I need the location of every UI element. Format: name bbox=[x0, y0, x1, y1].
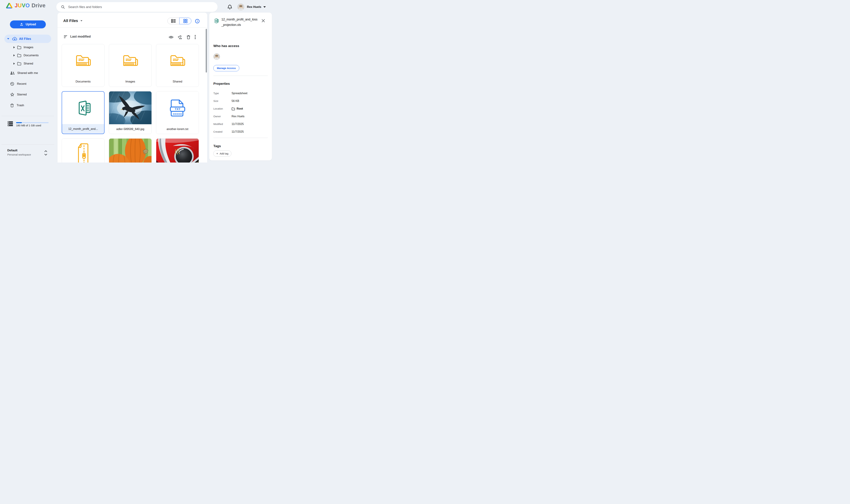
storage-progress-bar bbox=[16, 122, 49, 123]
notifications-bell-icon[interactable] bbox=[227, 4, 232, 10]
upload-button[interactable]: Upload bbox=[10, 20, 46, 28]
folder-card-name: Shared bbox=[158, 80, 197, 83]
add-tag-label: Add tag bbox=[220, 152, 229, 155]
info-icon[interactable] bbox=[195, 19, 200, 23]
file-card-name: another-lorem.txt bbox=[156, 124, 199, 134]
pumpkins-photo-thumbnail bbox=[109, 139, 151, 163]
txt-label: TXT bbox=[175, 107, 180, 111]
file-card-spreadsheet-selected[interactable]: 12_month_profit_and... bbox=[62, 91, 105, 134]
who-has-access-title: Who has access bbox=[213, 44, 239, 48]
sidebar-item-starred[interactable]: Starred bbox=[0, 91, 56, 98]
manage-access-button[interactable]: Manage Access bbox=[213, 65, 239, 71]
details-divider bbox=[213, 138, 268, 138]
file-card-eagle-photo[interactable]: adler-589599_640.jpg bbox=[109, 91, 152, 134]
brand-letter: J bbox=[15, 2, 18, 9]
folder-icon bbox=[17, 54, 21, 57]
view-toggle bbox=[167, 18, 191, 24]
sidebar-item-label: Recent bbox=[17, 82, 26, 86]
access-user-avatar bbox=[213, 53, 220, 60]
grid-view-button-active[interactable] bbox=[179, 18, 191, 24]
property-row-created: Created 11/7/2025 bbox=[213, 128, 268, 136]
sidebar-item-label: Shared with me bbox=[17, 71, 38, 75]
user-avatar[interactable] bbox=[237, 3, 244, 11]
chevron-down-icon bbox=[80, 20, 83, 21]
sidebar-item-trash[interactable]: Trash bbox=[0, 101, 56, 109]
folder-large-icon bbox=[62, 53, 104, 67]
delete-trash-icon[interactable] bbox=[186, 35, 191, 39]
search-icon bbox=[61, 5, 65, 9]
workspace-name: Default bbox=[7, 149, 17, 152]
sidebar-item-shared-with-me[interactable]: Shared with me bbox=[0, 69, 56, 77]
folder-large-icon bbox=[156, 53, 199, 67]
storage-progress-fill bbox=[16, 122, 22, 123]
location-link[interactable]: Root bbox=[232, 107, 243, 110]
property-row-type: Type Spreadsheet bbox=[213, 89, 268, 97]
scrollbar-thumb[interactable] bbox=[206, 29, 207, 73]
sidebar-tree-label: Images bbox=[23, 46, 33, 49]
drive-triangle-icon bbox=[6, 2, 13, 9]
share-add-person-icon[interactable] bbox=[178, 35, 182, 39]
sidebar-tree-label: Documents bbox=[23, 54, 39, 57]
folder-card-name: Documents bbox=[63, 80, 103, 83]
people-icon bbox=[10, 71, 15, 75]
more-options-kebab-icon[interactable] bbox=[195, 35, 196, 39]
view-title-label: All Files bbox=[63, 19, 78, 23]
preview-eye-icon[interactable] bbox=[169, 35, 174, 39]
property-label: Created bbox=[213, 130, 232, 133]
workspace-switcher-chevrons-icon[interactable] bbox=[44, 150, 48, 156]
sidebar-tree-item-documents[interactable]: Documents bbox=[0, 51, 56, 59]
sidebar-item-label: All Files bbox=[19, 37, 31, 41]
sort-icon bbox=[64, 35, 68, 38]
property-value: Spreadsheet bbox=[232, 92, 248, 95]
folder-card-shared[interactable]: Shared bbox=[156, 44, 199, 87]
file-card-red-car-photo[interactable] bbox=[156, 139, 199, 163]
upload-label: Upload bbox=[26, 22, 36, 26]
search-bar[interactable] bbox=[56, 2, 218, 12]
sidebar-item-all-files[interactable]: All Files bbox=[4, 35, 51, 43]
sidebar-tree-label: Shared bbox=[23, 62, 33, 65]
trash-icon bbox=[10, 103, 14, 107]
file-card-zip[interactable] bbox=[62, 139, 105, 163]
upload-icon bbox=[20, 22, 23, 26]
collapse-caret-icon[interactable] bbox=[7, 38, 9, 39]
close-icon[interactable] bbox=[261, 19, 265, 22]
app-logo[interactable]: J U V O Drive bbox=[6, 2, 46, 9]
file-card-pumpkins-photo[interactable] bbox=[109, 139, 152, 163]
sidebar-item-recent[interactable]: Recent bbox=[0, 80, 56, 88]
sidebar-tree-item-images[interactable]: Images bbox=[0, 43, 56, 51]
tags-title: Tags bbox=[213, 144, 221, 148]
view-title-dropdown[interactable]: All Files bbox=[63, 19, 83, 23]
brand-drive: Drive bbox=[32, 2, 46, 9]
property-row-modified: Modified 11/7/2025 bbox=[213, 120, 268, 128]
user-name[interactable]: Rex Huels bbox=[247, 5, 261, 9]
add-tag-button[interactable]: + Add tag bbox=[213, 150, 231, 157]
expand-caret-icon[interactable] bbox=[14, 54, 15, 56]
property-label: Modified bbox=[213, 123, 232, 125]
search-input[interactable] bbox=[68, 5, 218, 9]
file-card-txt[interactable]: TXT another-lorem.txt bbox=[156, 91, 199, 134]
zip-file-icon bbox=[62, 139, 104, 163]
brand-letter: V bbox=[22, 2, 25, 9]
folder-icon bbox=[232, 107, 235, 110]
property-value: Root bbox=[237, 107, 243, 110]
property-label: Type bbox=[213, 92, 232, 95]
user-menu-caret-icon[interactable] bbox=[263, 6, 266, 8]
sidebar-tree-item-shared[interactable]: Shared bbox=[0, 59, 56, 68]
list-view-button[interactable] bbox=[167, 18, 179, 24]
folder-card-documents[interactable]: Documents bbox=[62, 44, 105, 87]
expand-caret-icon[interactable] bbox=[14, 46, 15, 49]
sort-control[interactable]: Last modified bbox=[64, 35, 91, 38]
property-value: 11/7/2025 bbox=[232, 123, 244, 126]
details-file-name: 12_month_profit_and_loss_projection.xls bbox=[221, 17, 259, 28]
expand-caret-icon[interactable] bbox=[14, 62, 15, 65]
brand-text: J U V O Drive bbox=[15, 2, 46, 9]
sidebar-item-label: Trash bbox=[17, 104, 24, 107]
folder-card-images[interactable]: Images bbox=[109, 44, 152, 87]
storage-usage-text: 180 MB of 1 GB used bbox=[16, 124, 41, 127]
sidebar-item-label: Starred bbox=[17, 93, 27, 96]
txt-file-icon: TXT bbox=[156, 91, 199, 124]
cloud-upload-icon bbox=[10, 37, 17, 41]
property-row-size: Size 56 KB bbox=[213, 97, 268, 105]
star-icon bbox=[10, 92, 14, 97]
sidebar-divider bbox=[1, 116, 54, 116]
